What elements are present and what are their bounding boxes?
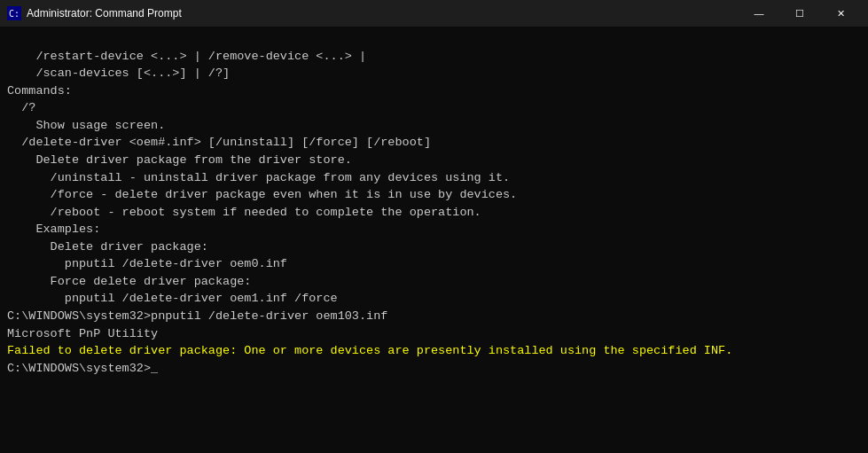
terminal-line: pnputil /delete-driver oem0.inf	[7, 255, 861, 273]
svg-text:C:: C:	[9, 9, 20, 19]
terminal-line: C:\WINDOWS\system32>_	[7, 360, 861, 378]
terminal-line: pnputil /delete-driver oem1.inf /force	[7, 290, 861, 308]
terminal-line: C:\WINDOWS\system32>pnputil /delete-driv…	[7, 308, 861, 325]
close-button[interactable]: ✕	[820, 0, 861, 27]
title-bar-controls: — ☐ ✕	[739, 0, 861, 27]
terminal-line: /force - delete driver package even when…	[7, 186, 861, 204]
terminal-line: Examples:	[7, 221, 861, 238]
cmd-icon: C:	[7, 6, 21, 20]
title-bar: C: Administrator: Command Prompt — ☐ ✕	[0, 0, 868, 27]
terminal-line: /restart-device <...> | /remove-device <…	[7, 48, 861, 66]
terminal-line: /scan-devices [<...>] | /?]	[7, 65, 861, 82]
terminal-line: Microsoft PnP Utility	[7, 325, 861, 343]
terminal-line: /?	[7, 99, 861, 117]
terminal-line: Delete driver package from the driver st…	[7, 152, 861, 169]
minimize-button[interactable]: —	[739, 0, 779, 27]
terminal-line: Commands:	[7, 82, 861, 100]
terminal-line: /delete-driver <oem#.inf> [/uninstall] […	[7, 134, 861, 152]
terminal-line: /uninstall - uninstall driver package fr…	[7, 169, 861, 187]
terminal-line: Delete driver package:	[7, 238, 861, 256]
maximize-button[interactable]: ☐	[779, 0, 820, 27]
terminal-line: /reboot - reboot system if needed to com…	[7, 204, 861, 222]
terminal-body: /restart-device <...> | /remove-device <…	[0, 27, 868, 453]
title-bar-text: Administrator: Command Prompt	[27, 7, 739, 20]
terminal-line: Force delete driver package:	[7, 273, 861, 291]
terminal-line: Show usage screen.	[7, 117, 861, 135]
terminal-line: Failed to delete driver package: One or …	[7, 342, 861, 360]
